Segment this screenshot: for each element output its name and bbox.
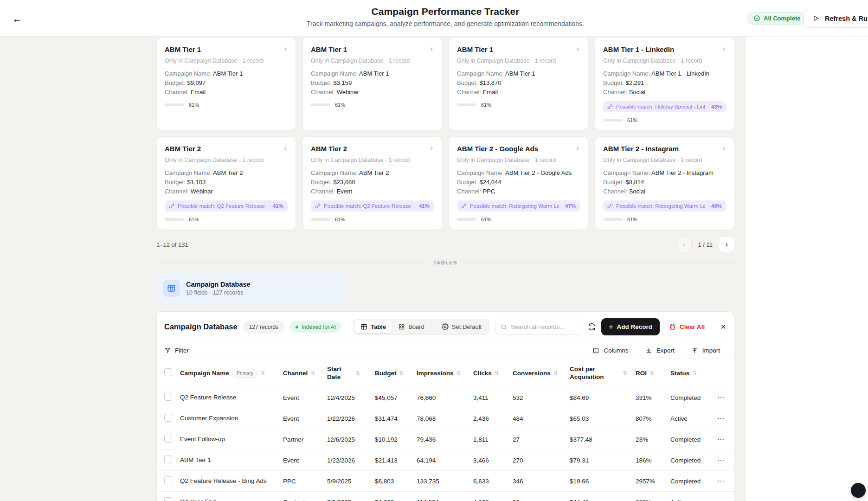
row-checkbox[interactable] <box>164 435 172 443</box>
card-title: ABM Tier 1 <box>457 45 493 54</box>
sort-icon[interactable]: ⇅ <box>692 369 696 377</box>
sort-icon[interactable]: ⇅ <box>261 369 265 377</box>
sort-icon[interactable]: ⇅ <box>356 369 360 377</box>
prev-page-button[interactable]: ‹ <box>676 237 692 252</box>
clear-all-button[interactable]: Clear All <box>669 323 705 330</box>
records-table-panel: Campaign Database 127 records Indexed fo… <box>156 311 734 501</box>
column-header-campaign-name[interactable]: Campaign Name Primary ⇅ <box>180 369 283 378</box>
cell-status: Active <box>670 414 717 423</box>
sort-icon[interactable]: ⇅ <box>457 369 461 377</box>
row-checkbox[interactable] <box>164 456 172 463</box>
search-input[interactable] <box>511 323 577 330</box>
green-dot-icon <box>296 326 298 328</box>
cell-impressions: 78,068 <box>417 414 473 423</box>
possible-match-chip[interactable]: Possible match: Q2 Feature Release - Bi.… <box>165 200 288 212</box>
campaign-card[interactable]: ABM Tier 1 › Only in Campaign Database ·… <box>449 37 588 131</box>
table-row[interactable]: Customer Expansion Event 1/22/2026 $31,4… <box>157 408 734 429</box>
table-row[interactable]: Event Follow-up Partner 12/6/2025 $10,19… <box>157 429 734 450</box>
possible-match-chip[interactable]: Possible match: Q2 Feature Release - Bi.… <box>311 200 434 212</box>
column-header-cost-per-acquisition[interactable]: Cost per Acquisition ⇅ <box>570 365 636 381</box>
row-checkbox[interactable] <box>164 393 172 401</box>
table-row[interactable]: Q2 Feature Release - Bing Ads PPC 5/9/20… <box>157 470 734 491</box>
column-header-channel[interactable]: Channel ⇅ <box>283 369 327 377</box>
row-checkbox[interactable] <box>164 497 172 501</box>
campaign-card[interactable]: ABM Tier 1 - LinkedIn › Only in Campaign… <box>595 37 734 131</box>
chevron-right-icon: › <box>576 45 579 52</box>
status-badge: All Complete <box>747 12 807 25</box>
campaign-card[interactable]: ABM Tier 2 › Only in Campaign Database ·… <box>302 136 442 230</box>
column-header-conversions[interactable]: Conversions ⇅ <box>513 369 570 377</box>
link-icon <box>169 203 174 209</box>
row-actions-button[interactable]: ⋯ <box>717 413 734 424</box>
campaign-card[interactable]: ABM Tier 2 - Instagram › Only in Campaig… <box>595 136 734 230</box>
table-grid-icon <box>163 280 180 297</box>
cell-conversions: 270 <box>513 456 570 465</box>
add-record-button[interactable]: + Add Record <box>601 318 660 335</box>
row-checkbox[interactable] <box>164 414 172 422</box>
sort-icon[interactable]: ⇅ <box>649 369 654 377</box>
campaign-card[interactable]: ABM Tier 2 › Only in Campaign Database ·… <box>156 136 296 230</box>
columns-button[interactable]: Columns <box>592 347 628 354</box>
table-row[interactable]: Q2 Feature Release Event 12/4/2025 $45,0… <box>157 387 734 408</box>
row-actions-button[interactable]: ⋯ <box>717 392 734 403</box>
cell-budget: $31,474 <box>375 414 417 423</box>
card-meta: Only in Campaign Database · 1 record <box>165 156 288 164</box>
set-default-button[interactable]: Set Default <box>436 321 488 333</box>
possible-match-chip[interactable]: Possible match: Retargeting Warm Lead...… <box>603 200 726 212</box>
export-button[interactable]: Export <box>645 347 675 354</box>
possible-match-chip[interactable]: Possible match: Holiday Special - Linked… <box>603 101 726 112</box>
search-records-box[interactable] <box>495 319 582 335</box>
cell-clicks: 4,168 <box>473 498 513 501</box>
sort-icon[interactable]: ⇅ <box>310 369 315 377</box>
campaign-card[interactable]: ABM Tier 1 › Only in Campaign Database ·… <box>302 37 442 131</box>
row-actions-button[interactable]: ⋯ <box>717 434 734 444</box>
view-tab-board[interactable]: Board <box>392 321 431 333</box>
refresh-run-button[interactable]: Refresh & Ru <box>804 9 868 28</box>
column-header-clicks[interactable]: Clicks ⇅ <box>473 369 513 377</box>
match-progress: 61% <box>457 217 580 222</box>
column-header-roi[interactable]: ROI ⇅ <box>636 369 670 377</box>
row-actions-button[interactable]: ⋯ <box>717 476 734 486</box>
cell-status: Completed <box>670 456 717 465</box>
cell-roi: 331% <box>636 393 670 402</box>
sort-icon[interactable]: ⇅ <box>495 369 499 377</box>
view-tab-table[interactable]: Table <box>354 321 392 333</box>
cell-start-date: 12/4/2025 <box>327 393 375 402</box>
floating-action-button[interactable] <box>851 483 866 498</box>
possible-match-chip[interactable]: Possible match: Retargeting Warm Leads..… <box>457 200 580 212</box>
filter-button[interactable]: Filter <box>164 347 189 354</box>
sort-icon[interactable]: ⇅ <box>623 369 627 377</box>
refresh-icon[interactable] <box>588 320 596 334</box>
row-actions-button[interactable]: ⋯ <box>717 455 734 465</box>
cell-clicks: 2,436 <box>473 414 513 423</box>
column-header-budget[interactable]: Budget ⇅ <box>375 369 417 377</box>
columns-icon <box>592 347 599 354</box>
select-all-checkbox[interactable] <box>164 368 172 376</box>
indexed-badge: Indexed for AI <box>290 321 341 333</box>
table-title: Campaign Database <box>164 322 238 331</box>
next-page-button[interactable]: › <box>719 237 734 252</box>
column-header-status[interactable]: Status ⇅ <box>670 369 717 377</box>
cell-clicks: 6,633 <box>473 477 513 486</box>
cell-channel: Event <box>283 414 327 423</box>
chevron-right-icon: › <box>284 144 287 152</box>
column-header-impressions[interactable]: Impressions ⇅ <box>417 369 473 377</box>
table-row[interactable]: ABM Tier 1 Event 1/22/2026 $21,413 64,19… <box>157 450 734 470</box>
table-row[interactable]: Q4 Year-End Content 7/5/2025 $4,092 114,… <box>157 491 734 501</box>
sort-icon[interactable]: ⇅ <box>553 369 558 377</box>
datasource-tile-campaign-database[interactable]: Campaign Database 10 fields · 127 record… <box>156 273 347 303</box>
column-header-start-date[interactable]: Start Date ⇅ <box>327 365 375 381</box>
link-icon <box>461 203 467 209</box>
close-icon[interactable]: × <box>719 321 728 332</box>
chevron-right-icon: › <box>430 144 433 152</box>
row-checkbox[interactable] <box>164 476 172 484</box>
import-button[interactable]: Import <box>691 347 720 354</box>
campaign-card[interactable]: ABM Tier 2 - Google Ads › Only in Campai… <box>449 136 588 230</box>
campaign-card[interactable]: ABM Tier 1 › Only in Campaign Database ·… <box>156 37 296 131</box>
row-actions-button[interactable]: ⋯ <box>717 497 734 501</box>
back-arrow-icon[interactable]: ← <box>10 12 24 26</box>
sort-icon[interactable]: ⇅ <box>399 369 404 377</box>
cell-cpa: $19.66 <box>570 477 636 486</box>
pagination-range: 1–12 of 131 <box>156 241 188 248</box>
card-title: ABM Tier 1 <box>311 45 347 54</box>
